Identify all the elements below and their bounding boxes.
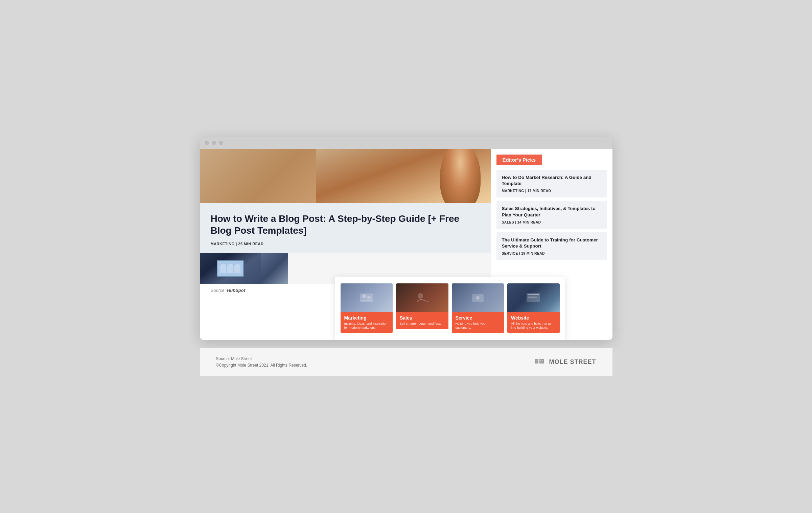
footer-logo-text: MOLE STREET (549, 358, 596, 366)
category-card-marketing[interactable]: Marketing Insights, ideas, and inspirati… (341, 283, 393, 333)
browser-content: How to Write a Blog Post: A Step-by-Step… (200, 149, 612, 340)
pick-card-2[interactable]: Sales Strategies, Initiatives, & Templat… (496, 201, 607, 229)
footer-logo: MOLE STREET (533, 356, 596, 368)
page-footer: Source: Mole Street ©Copyright Mole Stre… (200, 348, 612, 376)
hero-image-face (316, 149, 491, 203)
category-info-website: Website All the nuts and bolts that go i… (507, 312, 560, 333)
category-desc-service: Helping you help your customers. (456, 322, 501, 330)
source-prefix: Source: (211, 288, 227, 293)
thumbnail-2[interactable] (261, 253, 288, 284)
category-desc-marketing: Insights, ideas, and inspiration for mod… (344, 322, 389, 330)
thumb-person-2 (227, 264, 233, 273)
browser-dot-green (219, 141, 223, 145)
pick-meta-2: SALES | 14 MIN READ (502, 220, 602, 224)
footer-source-line2: ©Copyright Mole Street 2021. All Rights … (216, 362, 307, 369)
svg-rect-14 (536, 360, 536, 361)
thumb-person-3 (234, 264, 240, 273)
category-info-marketing: Marketing Insights, ideas, and inspirati… (341, 312, 393, 333)
category-desc-website: All the nuts and bolts that go into buil… (511, 322, 556, 330)
main-plus-cats: How to Write a Blog Post: A Step-by-Step… (200, 149, 612, 340)
svg-point-2 (367, 296, 371, 299)
article-header: How to Write a Blog Post: A Step-by-Step… (200, 203, 491, 253)
thumb-people (220, 264, 240, 273)
category-card-service[interactable]: Service Helping you help your customers. (452, 283, 504, 333)
svg-rect-20 (540, 362, 543, 364)
category-desc-sales: Sell smarter, better, and faster. (400, 322, 445, 326)
svg-point-6 (476, 296, 480, 300)
thumb-person-1 (220, 264, 226, 273)
service-icon (469, 291, 486, 304)
marketing-icon (358, 291, 375, 304)
sidebar: Editor's Picks How to Do Market Research… (491, 149, 612, 297)
pick-meta-1: MARKETING | 17 MIN READ (502, 189, 602, 193)
hero-image (200, 149, 491, 203)
pick-card-1[interactable]: How to Do Market Research: A Guide and T… (496, 170, 607, 197)
article-title: How to Write a Blog Post: A Step-by-Step… (211, 213, 480, 236)
svg-rect-16 (536, 362, 537, 364)
footer-source-line1: Source: Mole Street (216, 356, 307, 362)
cat-img-marketing (341, 283, 393, 312)
svg-rect-10 (528, 297, 537, 298)
browser-window: How to Write a Blog Post: A Step-by-Step… (200, 137, 612, 340)
content-area: How to Write a Blog Post: A Step-by-Step… (200, 149, 491, 297)
source-name: HubSpot (227, 288, 245, 293)
cat-img-sales (396, 283, 448, 312)
svg-rect-18 (540, 360, 541, 361)
mole-street-logo-icon (533, 356, 546, 368)
svg-rect-3 (361, 300, 372, 301)
category-card-website[interactable]: Website All the nuts and bolts that go i… (507, 283, 560, 333)
category-name-marketing: Marketing (344, 315, 389, 321)
category-card-sales[interactable]: Sales Sell smarter, better, and faster. (396, 283, 448, 333)
svg-point-1 (362, 294, 366, 298)
top-section: How to Write a Blog Post: A Step-by-Step… (200, 149, 612, 297)
categories-overlay: Marketing Insights, ideas, and inspirati… (335, 277, 565, 340)
pick-title-2: Sales Strategies, Initiatives, & Templat… (502, 206, 602, 218)
svg-rect-19 (542, 360, 542, 361)
svg-rect-8 (528, 294, 539, 295)
category-name-sales: Sales (400, 315, 445, 321)
browser-dot-red (205, 141, 209, 145)
category-name-website: Website (511, 315, 556, 321)
categories-grid: Marketing Insights, ideas, and inspirati… (341, 283, 560, 333)
editors-picks-label: Editor's Picks (496, 155, 542, 165)
pick-card-3[interactable]: The Ultimate Guide to Training for Custo… (496, 232, 607, 260)
category-name-service: Service (456, 315, 501, 321)
pick-meta-3: SERVICE | 19 MIN READ (502, 251, 602, 255)
svg-point-4 (418, 293, 423, 299)
footer-left: Source: Mole Street ©Copyright Mole Stre… (216, 356, 307, 369)
category-info-service: Service Helping you help your customers. (452, 312, 504, 333)
thumbnail-1[interactable] (200, 253, 261, 284)
pick-title-3: The Ultimate Guide to Training for Custo… (502, 237, 602, 249)
pick-title-1: How to Do Market Research: A Guide and T… (502, 174, 602, 187)
browser-dot-yellow (212, 141, 216, 145)
article-meta: MARKETING | 25 MIN READ (211, 242, 480, 246)
browser-titlebar (200, 137, 612, 149)
svg-rect-15 (537, 360, 537, 361)
sales-icon (414, 291, 431, 304)
category-info-sales: Sales Sell smarter, better, and faster. (396, 312, 448, 329)
svg-rect-11 (528, 299, 534, 299)
website-icon (525, 291, 542, 304)
cat-img-website (507, 283, 560, 312)
thumb-screen (217, 260, 244, 277)
svg-rect-9 (528, 296, 535, 297)
cat-img-service (452, 283, 504, 312)
